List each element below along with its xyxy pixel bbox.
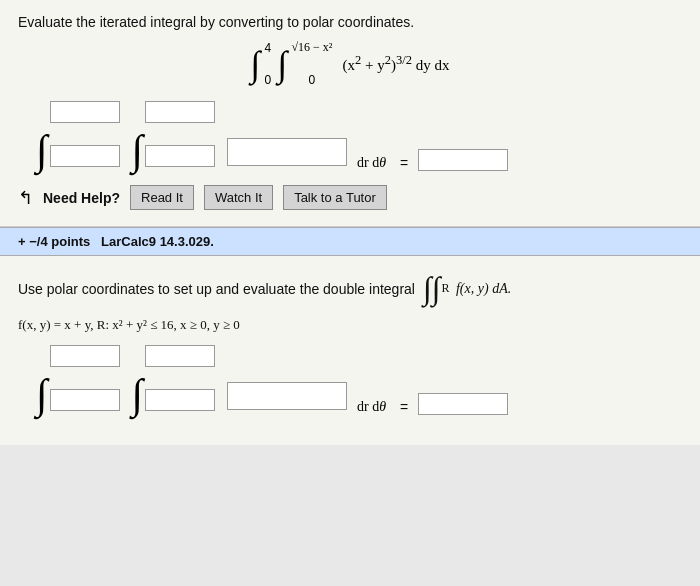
double-integral: ∫∫ R f(x, y) dA. [423, 270, 511, 307]
page-wrapper: Evaluate the iterated integral by conver… [0, 0, 700, 445]
answer-int1-symbol: ∫ [36, 129, 48, 171]
lower-limit-input-3[interactable] [50, 389, 120, 411]
answer-int3-limits [50, 345, 120, 413]
answer-int4-lower-box [145, 389, 215, 413]
answer-int2-symbol: ∫ [132, 129, 144, 171]
answer-integral-3: ∫ [36, 345, 120, 415]
problem2-section: Use polar coordinates to set up and eval… [0, 256, 700, 445]
answer-int4-limits [145, 345, 215, 413]
read-it-button[interactable]: Read It [130, 185, 194, 210]
answer-int4-symbol: ∫ [132, 373, 144, 415]
upper-limit-input-1[interactable] [50, 101, 120, 123]
problem1-instruction: Evaluate the iterated integral by conver… [18, 14, 682, 30]
answer-row-2: ∫ ∫ [36, 345, 682, 415]
integral-display: ∫ 4 0 ∫ √16 − x² 0 (x2 + y2)3/2 dy dx [18, 40, 682, 87]
result-input-2[interactable] [418, 393, 508, 415]
integrand-input-box-2 [227, 382, 347, 413]
watch-it-button[interactable]: Watch It [204, 185, 273, 210]
need-help-label: Need Help? [43, 190, 120, 206]
lower-limit-input-2[interactable] [145, 145, 215, 167]
answer-int3-symbol: ∫ [36, 373, 48, 415]
outer-integral-symbol: ∫ [250, 44, 260, 84]
result-input-1[interactable] [418, 149, 508, 171]
answer-int2-upper-box [145, 101, 215, 125]
answer-int2-lower-box [145, 145, 215, 169]
inner-integral-symbol: ∫ [277, 44, 287, 84]
answer-int3-upper-box [50, 345, 120, 369]
problem1-section: Evaluate the iterated integral by conver… [0, 0, 700, 227]
points-label: + −/4 points LarCalc9 14.3.029. [18, 234, 214, 249]
upper-limit-input-2[interactable] [145, 101, 215, 123]
answer-integral-4: ∫ [132, 345, 216, 415]
need-help-row: ↰ Need Help? Read It Watch It Talk to a … [18, 185, 682, 210]
cursor-arrow-icon: ↰ [18, 187, 33, 209]
answer-int1-limits [50, 101, 120, 169]
integrand-input-box [227, 138, 347, 169]
answer-int2-limits [145, 101, 215, 169]
answer-int4-upper-box [145, 345, 215, 369]
answer-int1-upper-box [50, 101, 120, 125]
double-int-symbol: ∫∫ [423, 270, 441, 307]
problem2-text: Use polar coordinates to set up and eval… [18, 270, 682, 307]
upper-limit-input-4[interactable] [145, 345, 215, 367]
problem2-header: + −/4 points LarCalc9 14.3.029. [0, 227, 700, 256]
answer-integral-2: ∫ [132, 101, 216, 171]
answer-integral-1: ∫ [36, 101, 120, 171]
lower-limit-input-1[interactable] [50, 145, 120, 167]
equals-sign-1: = [400, 155, 408, 171]
talk-to-tutor-button[interactable]: Talk to a Tutor [283, 185, 387, 210]
integrand-field[interactable] [227, 138, 347, 166]
dr-dtheta-label: dr dθ [357, 155, 386, 171]
inner-limits: √16 − x² 0 [291, 40, 332, 87]
upper-limit-input-3[interactable] [50, 345, 120, 367]
dr-dtheta-label-2: dr dθ [357, 399, 386, 415]
equals-sign-2: = [400, 399, 408, 415]
integrand-field-2[interactable] [227, 382, 347, 410]
answer-int3-lower-box [50, 389, 120, 413]
integrand-text: (x2 + y2)3/2 dy dx [343, 53, 450, 74]
lower-limit-input-4[interactable] [145, 389, 215, 411]
inner-upper: √16 − x² [291, 40, 332, 55]
region-subscript: R [441, 281, 449, 296]
answer-row-1: ∫ ∫ [36, 101, 682, 171]
region-description: f(x, y) = x + y, R: x² + y² ≤ 16, x ≥ 0,… [18, 317, 682, 333]
answer-int1-lower-box [50, 145, 120, 169]
outer-limits: 4 0 [265, 41, 272, 87]
double-integrand: f(x, y) dA. [452, 281, 511, 297]
